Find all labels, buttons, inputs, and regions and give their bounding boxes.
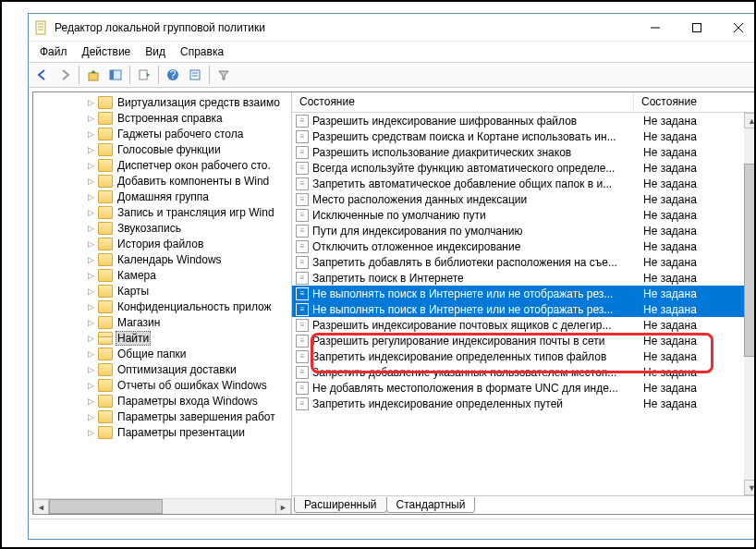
tree-item[interactable]: ▷Оптимизация доставки xyxy=(33,361,291,377)
minimize-button[interactable] xyxy=(634,15,676,41)
back-button[interactable] xyxy=(32,65,53,85)
col-header-state[interactable]: Состояние xyxy=(634,92,756,112)
tree-item[interactable]: ▷Общие папки xyxy=(33,346,291,361)
list-item[interactable]: ≡Разрешить регулирование индексирования … xyxy=(292,333,756,348)
list-item[interactable]: ≡Отключить отложенное индексированиеНе з… xyxy=(292,238,756,254)
expander-icon[interactable]: ▷ xyxy=(83,334,98,343)
tree-hscrollbar[interactable]: ◄ ► xyxy=(33,498,291,514)
menu-help[interactable]: Справка xyxy=(173,43,231,60)
vscroll-thumb[interactable] xyxy=(744,164,756,357)
tree-item[interactable]: ▷Параметры завершения работ xyxy=(33,409,291,424)
policy-state: Не задана xyxy=(643,162,717,175)
tree-item[interactable]: ▷Конфиденциальность прилож xyxy=(33,299,291,314)
tree-item[interactable]: ▷Запись и трансляция игр Wind xyxy=(33,204,291,220)
expander-icon[interactable]: ▷ xyxy=(83,239,98,249)
list-item[interactable]: ≡Всегда используйте функцию автоматическ… xyxy=(292,160,756,176)
expander-icon[interactable]: ▷ xyxy=(83,381,98,390)
expander-icon[interactable]: ▷ xyxy=(83,396,98,406)
hscroll-thumb[interactable] xyxy=(49,499,163,514)
expander-icon[interactable]: ▷ xyxy=(83,302,98,311)
folder-icon xyxy=(98,253,113,266)
expander-icon[interactable]: ▷ xyxy=(83,365,98,374)
expander-icon[interactable]: ▷ xyxy=(83,287,98,296)
expander-icon[interactable]: ▷ xyxy=(83,318,98,327)
tree-item[interactable]: ▷Найти xyxy=(33,330,291,346)
scroll-left-button[interactable]: ◄ xyxy=(33,499,49,514)
tree-item[interactable]: ▷Камера xyxy=(33,267,291,283)
expander-icon[interactable]: ▷ xyxy=(83,161,98,170)
properties-button[interactable] xyxy=(185,65,205,85)
filter-button[interactable] xyxy=(213,65,234,85)
list-item[interactable]: ≡Исключенные по умолчанию путиНе задана xyxy=(292,207,756,223)
list-item[interactable]: ≡Разрешить средствам поиска и Кортане ис… xyxy=(292,128,756,144)
expander-icon[interactable]: ▷ xyxy=(83,412,98,421)
tree-item[interactable]: ▷Гаджеты рабочего стола xyxy=(33,126,291,141)
expander-icon[interactable]: ▷ xyxy=(83,192,98,201)
list-item[interactable]: ≡Запретить автоматическое добавление общ… xyxy=(292,176,756,191)
tree-item[interactable]: ▷Добавить компоненты в Wind xyxy=(33,173,291,189)
col-header-name[interactable]: Состояние xyxy=(292,92,634,112)
list-item[interactable]: ≡Разрешить индексирование почтовых ящико… xyxy=(292,317,756,333)
list-header[interactable]: Состояние Состояние xyxy=(292,92,756,113)
expander-icon[interactable]: ▷ xyxy=(83,145,98,154)
folder-icon xyxy=(98,363,113,376)
export-button[interactable] xyxy=(134,65,154,85)
list-item[interactable]: ≡Разрешить индексирование шифрованных фа… xyxy=(292,113,756,128)
tree-item[interactable]: ▷Голосовые функции xyxy=(33,141,291,157)
scroll-right-button[interactable]: ► xyxy=(275,499,291,514)
menu-view[interactable]: Вид xyxy=(138,43,173,60)
expander-icon[interactable]: ▷ xyxy=(83,177,98,186)
forward-button[interactable] xyxy=(55,65,75,85)
tree-item[interactable]: ▷Виртуализация средств взаимо xyxy=(33,94,291,110)
expander-icon[interactable]: ▷ xyxy=(83,129,98,139)
list-item[interactable]: ≡Запретить добавлять в библиотеки распол… xyxy=(292,254,756,270)
help-button[interactable]: ? xyxy=(163,65,183,85)
tree-item[interactable]: ▷Магазин xyxy=(33,314,291,330)
expander-icon[interactable]: ▷ xyxy=(83,255,98,264)
expander-icon[interactable]: ▷ xyxy=(83,428,98,437)
scroll-down-button[interactable]: ▼ xyxy=(744,480,756,495)
policy-name: Пути для индексирования по умолчанию xyxy=(312,225,643,238)
tab-standard[interactable]: Стандартный xyxy=(386,497,476,513)
list-item[interactable]: ≡Запретить добавление указанных пользова… xyxy=(292,364,756,380)
tree-item[interactable]: ▷Диспетчер окон рабочего сто. xyxy=(33,157,291,173)
list-item[interactable]: ≡Запретить индексирование определенных т… xyxy=(292,348,756,364)
tree-item[interactable]: ▷Встроенная справка xyxy=(33,110,291,126)
list-vscrollbar[interactable]: ▲ ▼ xyxy=(744,113,756,495)
list-item[interactable]: ≡Не добавлять местоположения в формате U… xyxy=(292,380,756,396)
list-item[interactable]: ≡Запретить индексирование определенных п… xyxy=(292,396,756,411)
tree-item[interactable]: ▷Карты xyxy=(33,283,291,299)
expander-icon[interactable]: ▷ xyxy=(83,208,98,217)
tree-item[interactable]: ▷Параметры входа Windows xyxy=(33,393,291,409)
tab-extended[interactable]: Расширенный xyxy=(294,497,387,513)
tree-item[interactable]: ▷Звукозапись xyxy=(33,220,291,236)
policy-name: Разрешить средствам поиска и Кортане исп… xyxy=(312,130,643,143)
menu-file[interactable]: Файл xyxy=(32,43,75,60)
expander-icon[interactable]: ▷ xyxy=(83,349,98,359)
up-button[interactable] xyxy=(83,65,104,85)
scroll-up-button[interactable]: ▲ xyxy=(744,113,756,128)
tree-item[interactable]: ▷Календарь Windows xyxy=(33,251,291,267)
list-item[interactable]: ≡Разрешить использование диакритических … xyxy=(292,144,756,160)
folder-icon xyxy=(98,143,113,156)
close-button[interactable] xyxy=(717,15,756,41)
expander-icon[interactable]: ▷ xyxy=(83,98,98,107)
list-item[interactable]: ≡Запретить поиск в ИнтернетеНе задана xyxy=(292,270,756,286)
tree-item[interactable]: ▷История файлов xyxy=(33,236,291,251)
maximize-button[interactable] xyxy=(676,15,717,41)
expander-icon[interactable]: ▷ xyxy=(83,224,98,233)
list-item[interactable]: ≡Не выполнять поиск в Интернете или не о… xyxy=(292,286,756,301)
titlebar[interactable]: Редактор локальной групповой политики xyxy=(29,14,756,42)
list-item[interactable]: ≡Место расположения данных индексацииНе … xyxy=(292,191,756,207)
tree-item[interactable]: ▷Параметры презентации xyxy=(33,424,291,440)
tree-item[interactable]: ▷Отчеты об ошибках Windows xyxy=(33,377,291,393)
tree-pane[interactable]: ▷Виртуализация средств взаимо▷Встроенная… xyxy=(33,92,292,514)
list-item[interactable]: ≡Пути для индексирования по умолчаниюНе … xyxy=(292,223,756,238)
folder-icon xyxy=(98,159,113,172)
show-hide-tree-button[interactable] xyxy=(105,65,126,85)
list-item[interactable]: ≡Не выполнять поиск в Интернете или не о… xyxy=(292,301,756,317)
expander-icon[interactable]: ▷ xyxy=(83,271,98,280)
expander-icon[interactable]: ▷ xyxy=(83,114,98,123)
tree-item[interactable]: ▷Домашняя группа xyxy=(33,189,291,204)
menu-action[interactable]: Действие xyxy=(75,43,139,60)
